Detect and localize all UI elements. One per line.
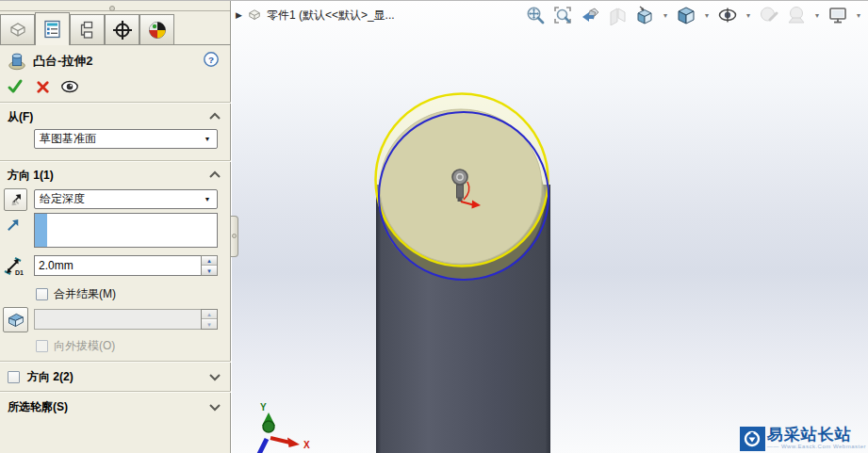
direction1-label: 方向 1(1)	[8, 168, 54, 184]
zoom-to-area-button[interactable]	[552, 5, 573, 25]
dropdown-arrow-icon[interactable]: ▼	[201, 190, 214, 208]
hide-show-items-button[interactable]	[717, 5, 738, 25]
cancel-x-icon	[36, 80, 50, 94]
separator	[0, 391, 231, 392]
section-view-button	[607, 5, 628, 25]
spin-up-icon[interactable]: ▲	[202, 256, 217, 266]
display-manager-icon	[146, 19, 169, 41]
from-label: 从(F)	[8, 109, 33, 125]
dimxpert-manager-icon	[111, 19, 134, 41]
edit-appearance-icon	[759, 5, 779, 25]
property-manager-panel: 凸台-拉伸2 ?	[0, 1, 231, 453]
model-canvas[interactable]	[232, 1, 868, 453]
section-direction1[interactable]: 方向 1(1)	[0, 165, 231, 186]
ok-button[interactable]	[6, 77, 25, 96]
depth-spinner[interactable]: ▲ ▼	[201, 255, 218, 276]
feature-title: 凸台-拉伸2	[33, 53, 93, 70]
graphics-viewport[interactable]: Y X ▶ 零件1 (默认<<默认>_显...	[232, 1, 868, 453]
selected-contours-label: 所选轮廓(S)	[8, 399, 68, 415]
merge-result-checkbox[interactable]	[36, 288, 48, 300]
part-name[interactable]: 零件1 (默认<<默认>_显...	[267, 8, 395, 24]
boss-extrude-icon	[7, 51, 27, 72]
ok-check-icon	[7, 78, 24, 95]
help-button[interactable]: ?	[203, 51, 220, 68]
tab-property-manager[interactable]	[35, 12, 70, 45]
panel-splitter-vertical[interactable]	[231, 216, 238, 257]
zoom-to-fit-icon	[525, 5, 546, 25]
reverse-direction-button[interactable]	[4, 188, 27, 211]
heads-up-toolbar: ▾ ▾ ▾	[525, 5, 862, 25]
watermark: 易采站长站 —— Www.Easck.Com Webmaster	[740, 427, 866, 451]
apply-scene-caret[interactable]: ▾	[813, 11, 821, 20]
solidworks-window: 凸台-拉伸2 ?	[0, 0, 868, 453]
tab-dimxpert-manager[interactable]	[105, 14, 139, 44]
expand-chevron-down-icon[interactable]	[208, 372, 221, 381]
display-style-caret[interactable]: ▾	[703, 11, 711, 20]
flyout-tree-header[interactable]: ▶ 零件1 (默认<<默认>_显...	[236, 7, 395, 24]
panel-splitter-horizontal[interactable]	[0, 1, 230, 11]
splitter-grip-icon	[232, 234, 237, 238]
section-view-icon	[607, 5, 628, 25]
spin-up-icon: ▲	[202, 310, 217, 319]
dropdown-arrow-icon[interactable]: ▼	[201, 130, 214, 148]
end-condition-dropdown[interactable]: 给定深度 ▼	[34, 189, 218, 209]
draft-angle-input	[34, 309, 202, 330]
merge-result-checkbox-row[interactable]: 合并结果(M)	[36, 286, 116, 302]
collapse-chevron-up-icon[interactable]	[208, 112, 221, 121]
reference-triad: Y X	[232, 397, 345, 453]
help-icon: ?	[203, 51, 220, 68]
cancel-button[interactable]	[33, 77, 52, 96]
view-orientation-icon	[634, 5, 655, 25]
depth-input[interactable]	[34, 255, 202, 276]
draft-outward-label: 向外拔模(O)	[54, 338, 115, 354]
spin-down-icon[interactable]: ▼	[202, 266, 217, 275]
separator	[0, 361, 231, 362]
section-direction2[interactable]: 方向 2(2)	[0, 366, 231, 387]
expand-chevron-down-icon[interactable]	[208, 402, 221, 412]
view-settings-caret[interactable]: ▾	[855, 11, 862, 20]
start-condition-dropdown[interactable]: 草图基准面 ▼	[34, 129, 218, 149]
draft-spinner: ▲ ▼	[201, 309, 218, 330]
previous-view-button[interactable]	[580, 5, 600, 25]
hide-show-caret[interactable]: ▾	[745, 11, 752, 20]
watermark-tagline: —— Www.Easck.Com Webmaster	[767, 444, 866, 449]
tab-configuration-manager[interactable]	[70, 14, 105, 44]
direction2-checkbox[interactable]	[8, 371, 20, 383]
apply-scene-button	[786, 5, 807, 25]
property-manager-icon	[41, 18, 64, 40]
direction-vector-icon	[6, 218, 22, 234]
view-orientation-caret[interactable]: ▾	[662, 11, 669, 20]
part-icon	[246, 7, 263, 24]
watermark-title: 易采站长站	[767, 427, 866, 444]
separator	[0, 160, 231, 161]
view-settings-icon	[827, 5, 848, 25]
panel-tabbar	[0, 12, 231, 45]
preview-button[interactable]	[60, 77, 79, 96]
draft-outward-checkbox-row: 向外拔模(O)	[36, 338, 115, 354]
reverse-direction-icon	[8, 191, 25, 208]
section-from[interactable]: 从(F)	[0, 106, 231, 127]
hide-show-items-icon	[717, 5, 738, 25]
easck-logo-icon	[740, 427, 765, 451]
display-style-button[interactable]	[676, 5, 696, 25]
draft-icon	[6, 310, 25, 330]
flyout-expand-icon[interactable]: ▶	[236, 10, 242, 20]
draft-outward-checkbox	[36, 340, 48, 352]
view-orientation-button[interactable]	[634, 5, 655, 25]
feature-header: 凸台-拉伸2 ?	[0, 49, 231, 73]
collapse-chevron-up-icon[interactable]	[208, 170, 221, 180]
direction2-label: 方向 2(2)	[27, 369, 74, 385]
splitter-grip-icon	[109, 6, 115, 11]
view-settings-button[interactable]	[827, 5, 848, 25]
end-condition-value: 给定深度	[40, 192, 85, 205]
section-selected-contours[interactable]: 所选轮廓(S)	[0, 396, 231, 417]
feature-manager-icon	[7, 19, 29, 41]
zoom-to-fit-button[interactable]	[525, 5, 546, 25]
tab-display-manager[interactable]	[139, 14, 174, 44]
svg-text:D1: D1	[15, 269, 24, 276]
direction-vector-selection-box[interactable]	[34, 213, 218, 248]
start-condition-value: 草图基准面	[40, 132, 96, 145]
tab-feature-manager[interactable]	[0, 14, 35, 44]
draft-button[interactable]	[3, 307, 28, 332]
x-axis-label: X	[303, 440, 310, 450]
